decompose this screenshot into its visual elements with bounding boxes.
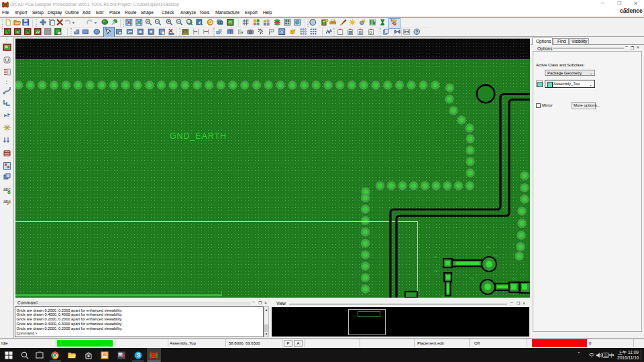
svg-text:1Q: 1Q [417, 288, 420, 291]
svg-text:TC1: TC1 [512, 278, 517, 281]
svg-text:C6: C6 [486, 246, 490, 249]
svg-text:3D: 3D [217, 20, 223, 25]
svg-text:TP3: TP3 [493, 255, 498, 257]
svg-text:123: 123 [331, 19, 335, 22]
svg-text:abc: abc [3, 187, 11, 192]
svg-text:R15: R15 [434, 270, 439, 273]
svg-text:C21: C21 [433, 256, 437, 259]
svg-text:S: S [136, 352, 140, 359]
svg-text:?: ? [415, 29, 418, 34]
svg-text:GND_EARTH: GND_EARTH [170, 131, 226, 141]
svg-text:a: a [241, 29, 244, 34]
svg-text:TP4: TP4 [469, 278, 474, 280]
svg-text:3,4: 3,4 [286, 19, 289, 22]
